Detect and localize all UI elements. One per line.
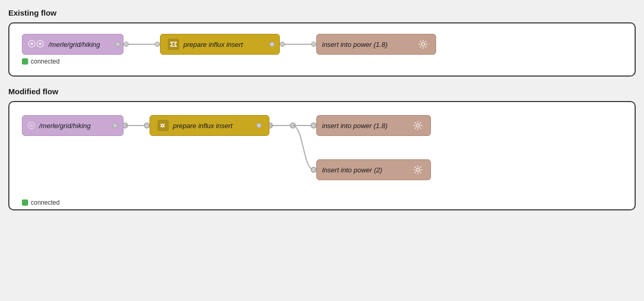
existing-flow-title: Existing flow	[8, 8, 636, 17]
mod-function-label: prepare influx insert	[173, 122, 232, 130]
function-node[interactable]: prepare influx insert	[160, 34, 280, 55]
connector-port-4	[311, 42, 316, 47]
mod-function-node[interactable]: prepare influx insert	[150, 115, 269, 136]
connector-line-2	[285, 44, 311, 45]
mod-function-out[interactable]	[256, 123, 262, 128]
mqtt-output-port[interactable]	[115, 42, 120, 47]
svg-point-8	[290, 123, 295, 128]
connector-line-1	[129, 44, 155, 45]
mod-mqtt-out[interactable]	[113, 123, 118, 128]
mod-gear-icon-2	[411, 162, 425, 177]
function-label: prepare influx insert	[183, 41, 243, 48]
mqtt-node[interactable]: ⦿⦿ /merle/grid/hiking	[22, 34, 123, 55]
mod-influx1-node[interactable]: insert into power (1.8)	[316, 115, 431, 136]
influx-label: insert into power (1.8)	[322, 41, 413, 48]
mod-mqtt-label: /merle/grid/hiking	[39, 122, 91, 130]
mod-wireless-icon: ⦾	[28, 121, 35, 130]
modified-flow-canvas: ⦾ /merle/grid/hiking prepare influx inse…	[22, 112, 622, 201]
shuffle-icon	[168, 39, 179, 50]
function-output-port[interactable]	[269, 42, 275, 47]
modified-status-text: connected	[31, 199, 59, 206]
existing-flow-container: ⦿⦿ /merle/grid/hiking prepare in	[8, 22, 636, 77]
mod-shuffle-icon	[157, 120, 169, 131]
modified-status-row: connected	[22, 199, 59, 206]
existing-status-text: connected	[31, 58, 59, 65]
modified-flow-title: Modified flow	[8, 87, 636, 96]
wireless-icon: ⦿⦿	[28, 40, 44, 48]
mod-influx2-node[interactable]: Insert into power (2)	[316, 159, 431, 180]
svg-point-2	[422, 43, 425, 46]
modified-status-dot	[22, 199, 28, 206]
mod-mqtt-node[interactable]: ⦾ /merle/grid/hiking	[22, 115, 123, 136]
modified-flow-container: ⦾ /merle/grid/hiking prepare influx inse…	[8, 101, 636, 210]
connector-port-2	[155, 42, 160, 47]
influx-node[interactable]: insert into power (1.8)	[316, 34, 436, 55]
connector-port-3	[280, 42, 285, 47]
existing-flow-row: ⦿⦿ /merle/grid/hiking prepare in	[22, 34, 622, 55]
svg-point-13	[416, 168, 419, 171]
existing-status-row: connected	[22, 58, 622, 65]
existing-flow-section: Existing flow ⦿⦿ /merle/grid/hiking	[8, 8, 636, 77]
modified-flow-section: Modified flow	[8, 87, 636, 210]
mqtt-label: /merle/grid/hiking	[48, 41, 100, 48]
svg-point-11	[311, 167, 316, 172]
svg-point-5	[144, 123, 150, 128]
mod-influx1-label: insert into power (1.8)	[322, 122, 407, 130]
existing-status-dot	[22, 58, 28, 65]
gear-icon	[416, 37, 430, 52]
svg-point-12	[416, 124, 419, 127]
svg-point-10	[311, 123, 316, 128]
connector-port-1	[123, 42, 129, 47]
mod-influx2-label: Insert into power (2)	[322, 166, 407, 174]
mod-gear-icon-1	[411, 118, 425, 133]
